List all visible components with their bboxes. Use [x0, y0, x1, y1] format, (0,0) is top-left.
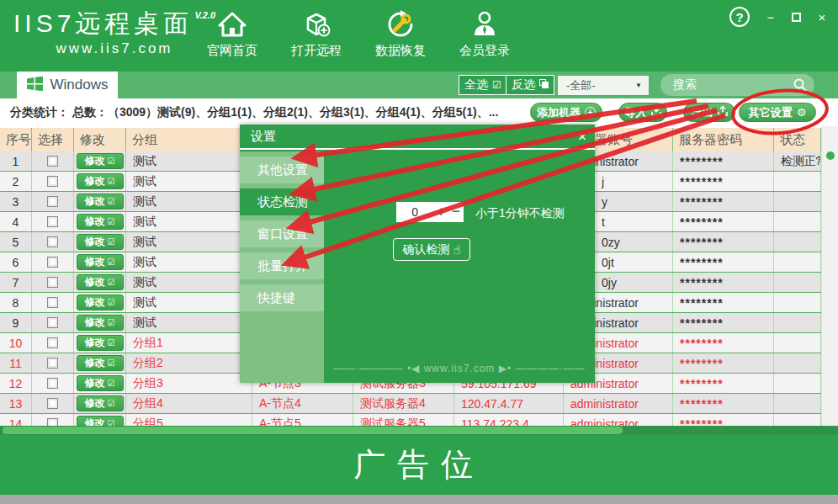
- dialog-menu-item[interactable]: 状态检测: [240, 188, 326, 215]
- row-checkbox[interactable]: [47, 196, 58, 207]
- nav-open-remote[interactable]: 打开远程: [274, 8, 358, 63]
- modify-button[interactable]: 修改 ☑: [77, 214, 124, 230]
- dialog-menu: 其他设置状态检测窗口设置批量打开快捷键: [240, 151, 324, 383]
- cell-password: ********: [673, 151, 774, 171]
- group-filter-dropdown[interactable]: -全部- ▼: [558, 76, 649, 95]
- cell-select: [32, 313, 74, 332]
- cell-index: 12: [0, 374, 32, 393]
- home-icon: [217, 8, 247, 41]
- nav-member-login-label: 会员登录: [459, 43, 510, 59]
- select-all-button[interactable]: 全选 ☑: [459, 75, 507, 95]
- horizontal-scrollbar-thumb[interactable]: [3, 427, 623, 434]
- modify-button[interactable]: 修改 ☑: [77, 315, 124, 331]
- modify-button[interactable]: 修改 ☑: [77, 194, 124, 210]
- cell-status: [774, 232, 821, 252]
- cell-modify: 修改 ☑: [74, 151, 126, 171]
- scrollbar-thumb-dot[interactable]: [826, 151, 835, 160]
- modify-button[interactable]: 修改 ☑: [77, 254, 124, 270]
- row-checkbox[interactable]: [47, 317, 58, 328]
- modify-button[interactable]: 修改 ☑: [77, 335, 124, 351]
- row-checkbox[interactable]: [47, 216, 58, 227]
- import-label: 导入: [625, 105, 647, 120]
- modify-button[interactable]: 修改 ☑: [77, 274, 124, 290]
- row-checkbox[interactable]: [47, 176, 58, 187]
- maximize-button[interactable]: [792, 13, 801, 22]
- dialog-close-icon[interactable]: ×: [578, 129, 586, 146]
- tab-windows[interactable]: Windows: [17, 72, 118, 98]
- cell-modify: 修改 ☑: [74, 192, 126, 211]
- column-header: 选择: [32, 128, 74, 151]
- dialog-menu-item[interactable]: 窗口设置: [240, 220, 324, 247]
- decrement-button[interactable]: −: [448, 204, 464, 220]
- modify-button[interactable]: 修改 ☑: [77, 375, 124, 391]
- cell-select: [32, 333, 74, 353]
- import-button[interactable]: 导入: [618, 103, 667, 122]
- cell-select: [32, 252, 74, 272]
- checkbox-checked-icon: ☑: [108, 197, 115, 206]
- cell-index: 4: [0, 212, 32, 231]
- add-machine-label: 添加机器: [537, 105, 581, 120]
- search-input[interactable]: 搜索: [660, 74, 814, 96]
- modify-button[interactable]: 修改 ☑: [77, 234, 124, 250]
- cell-index: 6: [0, 252, 32, 272]
- cell-select: [32, 151, 74, 171]
- other-settings-label: 其它设置: [749, 105, 793, 120]
- modify-button[interactable]: 修改 ☑: [77, 395, 124, 411]
- export-button[interactable]: 导出: [683, 103, 735, 122]
- export-icon: [718, 106, 728, 119]
- modify-label: 修改: [85, 154, 105, 168]
- invert-select-button[interactable]: 反选: [506, 75, 554, 95]
- row-checkbox[interactable]: [47, 297, 58, 308]
- nav-data-recovery[interactable]: 数据恢复: [358, 8, 443, 63]
- row-checkbox[interactable]: [47, 398, 58, 409]
- modify-button[interactable]: 修改 ☑: [77, 355, 124, 371]
- minimize-button[interactable]: −: [763, 10, 778, 24]
- cell-group: 测试: [126, 273, 252, 292]
- other-settings-button[interactable]: 其它设置 ⚙: [739, 103, 816, 122]
- cell-index: 2: [0, 172, 32, 191]
- confirm-check-label: 确认检测: [402, 242, 449, 257]
- nav-home-label: 官网首页: [207, 43, 257, 59]
- windows-flag-icon: [27, 77, 43, 94]
- add-machine-button[interactable]: 添加机器 +: [530, 103, 602, 122]
- row-checkbox[interactable]: [47, 337, 58, 348]
- nav-home[interactable]: 官网首页: [190, 8, 274, 63]
- search-placeholder: 搜索: [673, 77, 697, 93]
- interval-spinner[interactable]: 0 + −: [396, 202, 464, 222]
- brand-logo: IIS7远程桌面 V.2.0 www.iis7.com: [13, 8, 215, 57]
- row-checkbox[interactable]: [47, 358, 58, 369]
- cell-index: 9: [0, 313, 32, 332]
- tab-bar: Windows 全选 ☑ 反选 -全部- ▼ 搜索: [0, 72, 838, 98]
- cell-note: 测试服务器4: [353, 394, 454, 413]
- row-checkbox[interactable]: [47, 277, 58, 288]
- help-button[interactable]: ?: [729, 7, 750, 27]
- cell-password: ********: [673, 232, 774, 252]
- cell-status: [774, 313, 821, 332]
- cell-select: [32, 172, 74, 191]
- ad-text: 广告位: [353, 443, 485, 486]
- cell-status: [774, 192, 821, 211]
- modify-button[interactable]: 修改 ☑: [77, 153, 124, 169]
- row-checkbox[interactable]: [47, 156, 58, 167]
- row-checkbox[interactable]: [47, 378, 58, 389]
- cell-status: [774, 252, 821, 272]
- vertical-scrollbar[interactable]: [821, 126, 838, 432]
- modify-button[interactable]: 修改 ☑: [77, 173, 124, 189]
- dialog-menu-item[interactable]: 批量打开: [240, 252, 324, 279]
- dialog-menu-item[interactable]: 快捷键: [240, 284, 324, 311]
- dialog-menu-item[interactable]: 其他设置: [240, 157, 324, 183]
- cell-group: 测试: [126, 293, 252, 312]
- modify-button[interactable]: 修改 ☑: [77, 294, 124, 310]
- cell-password: ********: [673, 273, 774, 292]
- increment-button[interactable]: +: [433, 204, 448, 220]
- cell-group: 测试: [126, 151, 252, 171]
- row-checkbox[interactable]: [47, 257, 58, 268]
- row-checkbox[interactable]: [47, 236, 58, 247]
- confirm-check-button[interactable]: 确认检测 ☝: [393, 238, 470, 261]
- close-button[interactable]: ×: [814, 10, 830, 24]
- nav-open-remote-label: 打开远程: [291, 43, 342, 59]
- nav-member-login[interactable]: 会员登录: [443, 8, 527, 63]
- cell-ip: 120.47.4.77: [454, 394, 564, 413]
- window-controls: ? − ×: [729, 7, 830, 27]
- horizontal-scrollbar[interactable]: [0, 426, 838, 435]
